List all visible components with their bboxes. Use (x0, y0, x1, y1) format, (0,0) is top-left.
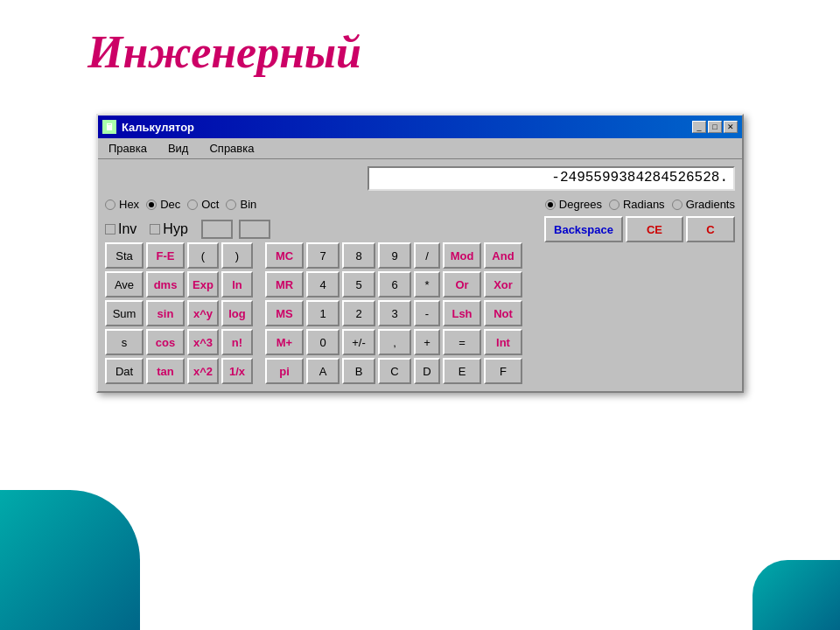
btn-d[interactable]: D (414, 358, 440, 384)
menu-help[interactable]: Справка (206, 141, 257, 156)
radio-oct[interactable]: Oct (187, 198, 219, 211)
btn-mc[interactable]: MC (265, 242, 304, 269)
btn-s[interactable]: s (105, 329, 144, 355)
radio-degrees-btn[interactable] (545, 200, 556, 210)
radio-dec[interactable]: Dec (146, 198, 180, 211)
btn-comma[interactable]: , (378, 329, 411, 355)
btn-3[interactable]: 3 (378, 300, 411, 326)
btn-9[interactable]: 9 (378, 242, 411, 269)
hyp-checkbox[interactable] (150, 224, 160, 234)
btn-8[interactable]: 8 (342, 242, 375, 269)
radio-gradients[interactable]: Gradients (672, 198, 735, 211)
radio-hex[interactable]: Hex (105, 198, 139, 211)
btn-exp[interactable]: Exp (187, 271, 219, 298)
btn-4[interactable]: 4 (306, 271, 340, 298)
btn-tan[interactable]: tan (146, 358, 185, 384)
btn-equals[interactable]: = (443, 329, 481, 355)
btn-ln[interactable]: ln (221, 271, 253, 298)
btn-and[interactable]: And (484, 242, 522, 269)
checkbox-bsp-row: Inv Hyp Backspace CE C (105, 216, 735, 242)
radio-radians-btn[interactable] (609, 200, 620, 210)
btn-1[interactable]: 1 (306, 300, 340, 326)
btn-xor[interactable]: Xor (484, 271, 522, 298)
btn-5[interactable]: 5 (342, 271, 375, 298)
radio-dec-btn[interactable] (146, 200, 157, 210)
radio-gradients-label: Gradients (686, 198, 735, 211)
btn-reciprocal[interactable]: 1/x (221, 358, 253, 384)
btn-xy[interactable]: x^y (187, 300, 219, 326)
btn-f[interactable]: F (484, 358, 522, 384)
menu-edit[interactable]: Правка (105, 141, 150, 156)
menu-view[interactable]: Вид (164, 141, 192, 156)
btn-row-4: s cos x^3 n! M+ 0 +/- , + = Int (105, 329, 735, 355)
btn-x3[interactable]: x^3 (187, 329, 219, 355)
btn-e[interactable]: E (443, 358, 481, 384)
btn-int[interactable]: Int (484, 329, 522, 355)
btn-nfact[interactable]: n! (221, 329, 253, 355)
btn-row-2: Ave dms Exp ln MR 4 5 6 * Or Xor (105, 271, 735, 298)
radio-degrees-label: Degrees (559, 198, 602, 211)
btn-mplus[interactable]: M+ (265, 329, 304, 355)
small-display-1 (201, 220, 233, 239)
inv-checkbox[interactable] (105, 224, 116, 234)
display: -2495599384284526528. (368, 166, 735, 191)
radio-degrees[interactable]: Degrees (545, 198, 602, 211)
btn-ms[interactable]: MS (265, 300, 304, 326)
radio-bin-btn[interactable] (226, 200, 236, 210)
btn-sum[interactable]: Sum (105, 300, 144, 326)
window-title: Калькулятор (122, 121, 194, 134)
btn-dms[interactable]: dms (146, 271, 185, 298)
btn-not[interactable]: Not (484, 300, 522, 326)
radio-dec-label: Dec (160, 198, 180, 211)
btn-cos[interactable]: cos (146, 329, 185, 355)
radio-oct-btn[interactable] (187, 200, 198, 210)
radio-gradients-btn[interactable] (672, 200, 682, 210)
page-title: Инженерный (88, 26, 361, 78)
btn-dat[interactable]: Dat (105, 358, 144, 384)
base-radio-row: Hex Dec Oct Bin Degrees Radians (105, 198, 735, 211)
btn-mod[interactable]: Mod (443, 242, 481, 269)
btn-fe[interactable]: F-E (146, 242, 185, 269)
btn-mul[interactable]: * (414, 271, 440, 298)
btn-0[interactable]: 0 (306, 329, 340, 355)
radio-oct-label: Oct (201, 198, 219, 211)
btn-sta[interactable]: Sta (105, 242, 144, 269)
btn-lsh[interactable]: Lsh (443, 300, 481, 326)
minimize-button[interactable]: _ (692, 121, 706, 133)
btn-plus[interactable]: + (414, 329, 440, 355)
maximize-button[interactable]: □ (708, 121, 722, 133)
display-row: -2495599384284526528. (105, 166, 735, 191)
btn-plusminus[interactable]: +/- (342, 329, 375, 355)
btn-ave[interactable]: Ave (105, 271, 144, 298)
btn-pi[interactable]: pi (265, 358, 304, 384)
radio-hex-btn[interactable] (105, 200, 116, 210)
btn-or[interactable]: Or (443, 271, 481, 298)
btn-2[interactable]: 2 (342, 300, 375, 326)
btn-rparen[interactable]: ) (221, 242, 253, 269)
title-bar-buttons: _ □ ✕ (692, 121, 738, 133)
btn-row-1: Sta F-E ( ) MC 7 8 9 / Mod And (105, 242, 735, 269)
btn-a[interactable]: A (306, 358, 340, 384)
radio-radians[interactable]: Radians (609, 198, 665, 211)
btn-sin[interactable]: sin (146, 300, 185, 326)
close-button[interactable]: ✕ (724, 121, 738, 133)
menu-bar: Правка Вид Справка (98, 138, 742, 159)
calculator-window: 🖩 Калькулятор _ □ ✕ Правка Вид Справка -… (96, 114, 744, 393)
btn-7[interactable]: 7 (306, 242, 340, 269)
btn-div[interactable]: / (414, 242, 440, 269)
btn-sub[interactable]: - (414, 300, 440, 326)
bg-decoration-left (0, 490, 140, 630)
radio-hex-label: Hex (119, 198, 139, 211)
btn-x2[interactable]: x^2 (187, 358, 219, 384)
btn-backspace[interactable]: Backspace (544, 216, 623, 242)
btn-c[interactable]: C (686, 216, 735, 242)
btn-log[interactable]: log (221, 300, 253, 326)
btn-6[interactable]: 6 (378, 271, 411, 298)
btn-mr[interactable]: MR (265, 271, 304, 298)
btn-b[interactable]: B (342, 358, 375, 384)
bg-decoration-right (752, 560, 840, 630)
btn-lparen[interactable]: ( (187, 242, 219, 269)
btn-c[interactable]: C (378, 358, 411, 384)
btn-ce[interactable]: CE (626, 216, 683, 242)
radio-bin[interactable]: Bin (226, 198, 256, 211)
